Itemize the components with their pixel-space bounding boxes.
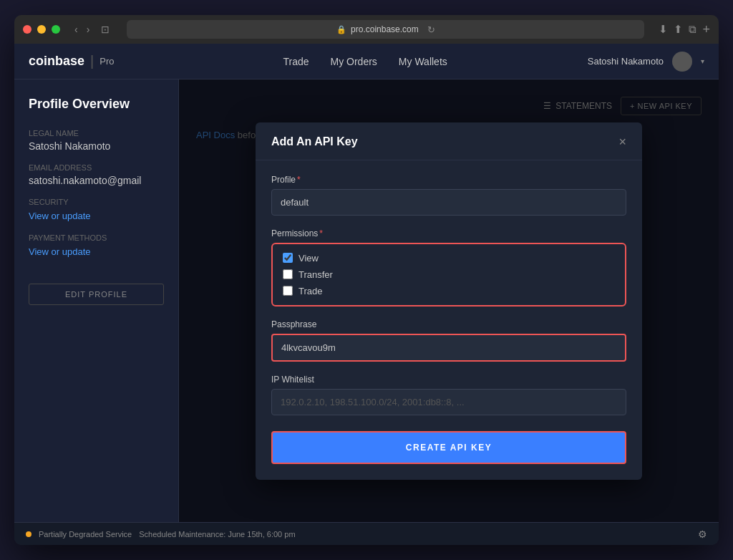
nav-username: Satoshi Nakamoto	[588, 56, 664, 67]
titlebar-right-buttons: ⬇ ⬆ ⧉ +	[659, 22, 710, 37]
maximize-window-button[interactable]	[52, 25, 60, 34]
transfer-checkbox[interactable]	[283, 269, 293, 279]
back-button[interactable]: ‹	[72, 22, 81, 37]
share-icon[interactable]: ⬆	[674, 23, 683, 36]
ip-whitelist-input[interactable]	[271, 389, 626, 415]
transfer-label: Transfer	[298, 269, 333, 280]
sidebar: Profile Overview Legal name Satoshi Naka…	[14, 79, 179, 522]
nav-right: Satoshi Nakamoto ▾	[588, 52, 704, 72]
profile-input[interactable]	[271, 189, 626, 216]
permission-view[interactable]: View	[283, 253, 615, 264]
sidebar-email-section: Email address satoshi.nakamoto@gmail	[29, 163, 164, 186]
address-bar[interactable]: 🔒 pro.coinbase.com ↻	[127, 20, 644, 39]
legal-name-label: Legal name	[29, 129, 164, 137]
profile-label: Profile*	[271, 175, 626, 185]
trade-checkbox[interactable]	[283, 286, 293, 296]
logo-divider: |	[90, 53, 94, 69]
status-bar: Partially Degraded Service Scheduled Mai…	[14, 522, 719, 545]
permissions-label: Permissions*	[271, 228, 626, 238]
nav-my-orders[interactable]: My Orders	[331, 56, 377, 67]
passphrase-label: Passphrase	[271, 319, 626, 329]
modal-close-button[interactable]: ×	[618, 135, 626, 148]
payment-link[interactable]: View or update	[29, 246, 91, 257]
modal-header: Add An API Key ×	[256, 122, 642, 160]
sidebar-legal-name-section: Legal name Satoshi Nakamoto	[29, 129, 164, 152]
passphrase-input[interactable]	[271, 334, 626, 362]
reload-icon[interactable]: ↻	[427, 24, 435, 35]
nav-my-wallets[interactable]: My Wallets	[399, 56, 447, 67]
mac-titlebar: ‹ › ⊡ 🔒 pro.coinbase.com ↻ ⬇ ⬆ ⧉ +	[14, 15, 719, 44]
lock-icon: 🔒	[336, 25, 346, 34]
logo-pro-label: Pro	[99, 56, 114, 67]
modal-add-api-key: Add An API Key × Profile*	[256, 122, 642, 480]
sidebar-security-section: Security View or update	[29, 198, 164, 222]
app-content: Profile Overview Legal name Satoshi Naka…	[14, 79, 719, 522]
status-left: Partially Degraded Service Scheduled Mai…	[26, 530, 296, 539]
nav-links: Trade My Orders My Wallets	[142, 56, 587, 67]
permissions-form-group: Permissions* View Transfer	[271, 228, 626, 306]
logo-text: coinbase	[29, 54, 84, 69]
settings-icon[interactable]: ⚙	[698, 528, 707, 540]
permission-transfer[interactable]: Transfer	[283, 269, 615, 280]
email-label: Email address	[29, 163, 164, 172]
view-checkbox[interactable]	[283, 253, 293, 263]
security-link[interactable]: View or update	[29, 211, 91, 221]
main-area: ☰ STATEMENTS + NEW API KEY API Docs befo…	[179, 79, 719, 522]
passphrase-form-group: Passphrase	[271, 319, 626, 362]
tab-overview-button[interactable]: ⊡	[98, 22, 112, 37]
degraded-service-text: Partially Degraded Service	[39, 530, 132, 539]
app-navbar: coinbase | Pro Trade My Orders My Wallet…	[14, 44, 719, 79]
ip-whitelist-form-group: IP Whitelist	[271, 375, 626, 415]
sidebar-payment-section: Payment Methods View or update	[29, 233, 164, 258]
chevron-down-icon[interactable]: ▾	[701, 57, 704, 65]
maintenance-text: Scheduled Maintenance: June 15th, 6:00 p…	[139, 530, 295, 539]
close-window-button[interactable]	[23, 25, 31, 34]
view-label: View	[298, 253, 319, 264]
nav-buttons: ‹ ›	[72, 22, 92, 37]
payment-label: Payment Methods	[29, 233, 164, 242]
email-value: satoshi.nakamoto@gmail	[29, 175, 164, 186]
permission-trade[interactable]: Trade	[283, 286, 615, 296]
modal-body: Profile* Permissions*	[256, 160, 642, 480]
permissions-group: View Transfer Trade	[271, 243, 626, 306]
profile-form-group: Profile*	[271, 175, 626, 216]
trade-label: Trade	[298, 286, 322, 296]
download-icon[interactable]: ⬇	[659, 23, 668, 36]
minimize-window-button[interactable]	[37, 25, 46, 34]
edit-profile-button[interactable]: EDIT PROFILE	[29, 284, 164, 305]
sidebar-title: Profile Overview	[29, 97, 164, 112]
passphrase-wrapper	[271, 334, 626, 362]
extensions-icon[interactable]: ⧉	[689, 23, 696, 36]
avatar	[672, 52, 692, 72]
forward-button[interactable]: ›	[84, 22, 93, 37]
create-api-key-button[interactable]: CREATE API KEY	[271, 431, 626, 464]
nav-trade[interactable]: Trade	[283, 56, 309, 67]
status-dot	[26, 531, 31, 537]
security-label: Security	[29, 198, 164, 206]
legal-name-value: Satoshi Nakamoto	[29, 140, 164, 152]
app-logo: coinbase | Pro	[29, 53, 114, 69]
modal-overlay[interactable]: Add An API Key × Profile*	[179, 79, 719, 522]
ip-whitelist-label: IP Whitelist	[271, 375, 626, 385]
url-text: pro.coinbase.com	[351, 24, 419, 34]
new-tab-button[interactable]: +	[702, 22, 710, 37]
mac-window: ‹ › ⊡ 🔒 pro.coinbase.com ↻ ⬇ ⬆ ⧉ + coinb…	[14, 15, 719, 545]
modal-title: Add An API Key	[271, 135, 358, 148]
